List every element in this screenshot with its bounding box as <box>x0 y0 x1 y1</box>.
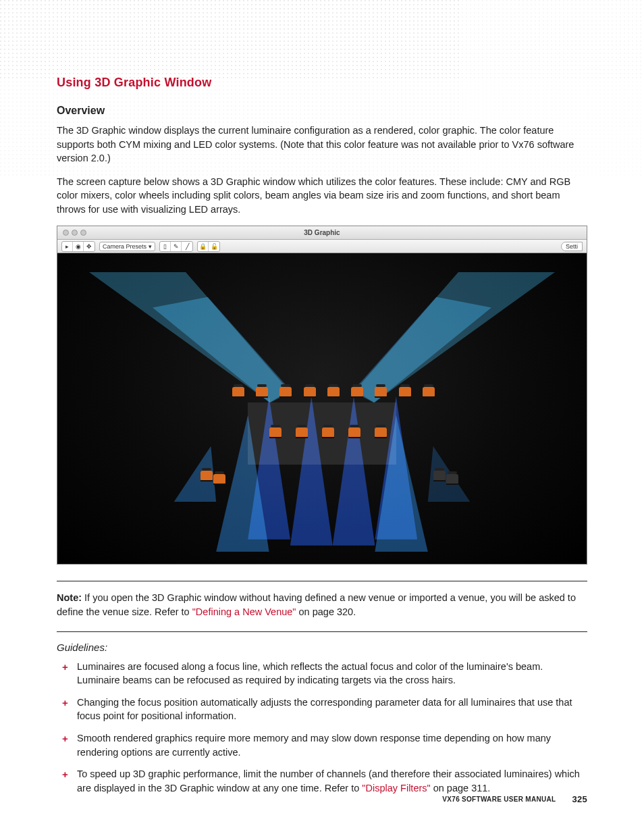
guidelines-heading: Guidelines: <box>57 642 587 653</box>
luminaire-fixture <box>256 387 268 396</box>
note-paragraph: Note: If you open the 3D Graphic window … <box>57 591 587 619</box>
window-titlebar: 3D Graphic <box>57 226 587 240</box>
3d-viewport[interactable] <box>57 253 587 564</box>
luminaire-fixture <box>200 471 213 480</box>
unlock-icon[interactable]: 🔓 <box>209 242 219 251</box>
camera-presets-dropdown[interactable]: Camera Presets ▾ <box>99 242 155 251</box>
luminaire-fixture <box>375 387 387 396</box>
luminaire-fixture <box>375 427 387 437</box>
lock-options-group: 🔒 🔓 <box>197 241 220 252</box>
luminaire-fixture <box>423 387 435 396</box>
guideline-text-before: To speed up 3D graphic performance, limi… <box>77 768 580 793</box>
luminaire-fixture <box>433 471 446 480</box>
pointer-tool-icon[interactable]: ▸ <box>62 242 73 251</box>
luminaire-fixture <box>304 387 316 396</box>
pan-tool-icon[interactable]: ✥ <box>84 242 95 251</box>
defining-new-venue-link[interactable]: "Defining a New Venue" <box>192 606 296 617</box>
guidelines-list: Luminaires are focused along a focus lin… <box>57 660 587 796</box>
page-number: 325 <box>572 794 587 804</box>
luminaire-fixture <box>279 387 292 396</box>
page-footer: VX76 SOFTWARE USER MANUAL 325 <box>442 794 587 804</box>
section-title: Using 3D Graphic Window <box>57 76 587 90</box>
settings-button[interactable]: Setti <box>561 242 583 251</box>
list-item: Smooth rendered graphics require more me… <box>77 731 587 759</box>
luminaire-fixture <box>446 474 458 484</box>
luminaire-fixture <box>213 474 225 484</box>
view-option-icon[interactable]: ▯ <box>160 242 171 251</box>
luminaire-fixture <box>327 387 340 396</box>
list-item: To speed up 3D graphic performance, limi… <box>77 767 587 795</box>
settings-label: Setti <box>566 243 578 250</box>
overview-heading: Overview <box>57 105 587 117</box>
guideline-text-after: on page 311. <box>431 783 491 793</box>
note-label: Note: <box>57 592 82 603</box>
tool-mode-group: ▸ ◉ ✥ <box>61 241 95 252</box>
list-item: Luminaires are focused along a focus lin… <box>77 660 587 687</box>
luminaire-fixture <box>232 387 244 396</box>
view-options-group: ▯ ✎ ╱ <box>159 241 193 252</box>
note-text-after: on page 320. <box>296 606 356 617</box>
list-item: Changing the focus position automaticall… <box>77 696 587 723</box>
window-title: 3D Graphic <box>57 229 587 236</box>
display-filters-link[interactable]: "Display Filters" <box>362 783 430 793</box>
horizontal-rule <box>57 631 587 632</box>
chevron-down-icon: ▾ <box>149 243 152 250</box>
luminaire-fixture <box>351 387 363 396</box>
luminaire-fixture <box>399 387 411 396</box>
line-tool-icon[interactable]: ╱ <box>182 242 192 251</box>
lock-icon[interactable]: 🔒 <box>198 242 209 251</box>
guideline-text: Luminaires are focused along a focus lin… <box>77 661 543 686</box>
light-beam <box>354 297 491 402</box>
overview-paragraph-1: The 3D Graphic window displays the curre… <box>57 124 587 165</box>
horizontal-rule <box>57 581 587 581</box>
embedded-screenshot-3d-graphic: 3D Graphic ▸ ◉ ✥ Camera Presets ▾ ▯ ✎ ╱ … <box>57 226 587 565</box>
luminaire-fixture <box>322 427 334 437</box>
guideline-text: Changing the focus position automaticall… <box>77 697 572 722</box>
orbit-tool-icon[interactable]: ◉ <box>73 242 84 251</box>
manual-title: VX76 SOFTWARE USER MANUAL <box>442 796 556 803</box>
window-toolbar: ▸ ◉ ✥ Camera Presets ▾ ▯ ✎ ╱ 🔒 🔓 Setti <box>57 240 587 253</box>
guideline-text: Smooth rendered graphics require more me… <box>77 733 551 758</box>
luminaire-fixture <box>269 427 281 437</box>
brush-tool-icon[interactable]: ✎ <box>171 242 182 251</box>
luminaire-fixture <box>348 427 360 437</box>
light-beam <box>153 297 290 402</box>
luminaire-fixture <box>296 427 308 437</box>
camera-presets-label: Camera Presets <box>103 243 146 250</box>
overview-paragraph-2: The screen capture below shows a 3D Grap… <box>57 175 587 217</box>
